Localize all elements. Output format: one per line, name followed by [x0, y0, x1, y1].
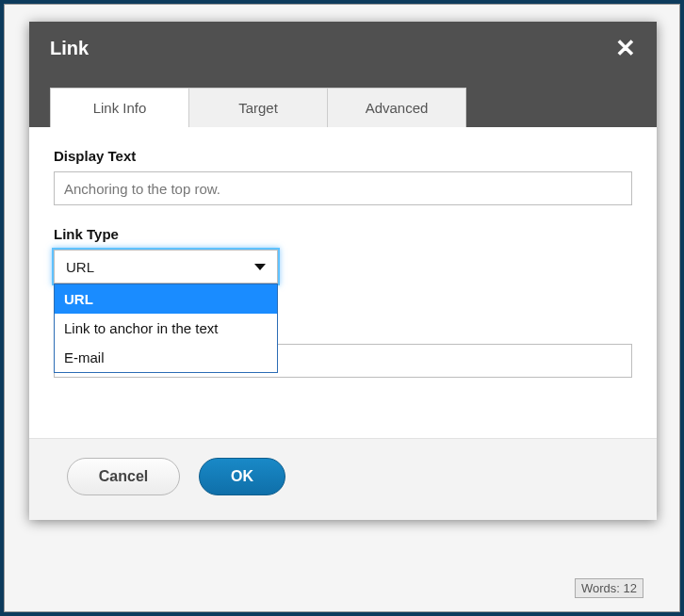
option-label: URL	[64, 291, 93, 307]
tabs-container: Link Info Target Advanced	[29, 74, 657, 127]
display-text-label: Display Text	[54, 148, 632, 164]
link-type-option-url[interactable]: URL	[55, 284, 277, 314]
link-type-option-anchor[interactable]: Link to anchor in the text	[55, 314, 277, 343]
link-type-selectbox[interactable]: URL	[54, 250, 278, 284]
cancel-button[interactable]: Cancel	[67, 458, 180, 495]
ok-button[interactable]: OK	[199, 458, 285, 495]
words-count: 12	[624, 581, 637, 595]
dialog-titlebar: Link ✕	[29, 22, 657, 74]
ok-button-label: OK	[231, 468, 253, 484]
dialog-title: Link	[50, 38, 89, 59]
link-type-option-email[interactable]: E-mail	[55, 343, 277, 372]
tab-label: Link Info	[93, 100, 147, 116]
tab-link-info[interactable]: Link Info	[50, 88, 189, 127]
dialog-footer: Cancel OK	[29, 438, 657, 520]
word-count-status: Words: 12	[575, 578, 643, 598]
link-type-dropdown: URL Link to anchor in the text E-mail	[54, 284, 278, 373]
chevron-down-icon	[254, 264, 266, 270]
cancel-button-label: Cancel	[99, 468, 148, 484]
link-type-selected: URL	[66, 259, 94, 275]
tabs: Link Info Target Advanced	[50, 88, 636, 127]
tab-label: Target	[238, 100, 278, 116]
option-label: Link to anchor in the text	[64, 320, 218, 336]
editor-backdrop: Words: 12 Link ✕ Link Info Target Advanc…	[4, 4, 680, 612]
option-label: E-mail	[64, 349, 105, 365]
close-icon[interactable]: ✕	[615, 36, 636, 60]
tab-advanced[interactable]: Advanced	[327, 88, 466, 127]
link-type-label: Link Type	[54, 226, 632, 242]
tab-label: Advanced	[366, 100, 429, 116]
link-type-select[interactable]: URL URL Link to anchor in the text E-mai…	[54, 250, 278, 284]
dialog-body: Display Text Link Type URL URL Lin	[29, 127, 657, 438]
tab-target[interactable]: Target	[188, 88, 328, 127]
display-text-input[interactable]	[54, 171, 632, 205]
link-type-field: Link Type URL URL Link to anchor in the …	[54, 226, 632, 284]
link-dialog: Link ✕ Link Info Target Advanced Display…	[29, 22, 657, 520]
words-label: Words:	[581, 581, 620, 595]
display-text-field: Display Text	[54, 148, 632, 205]
